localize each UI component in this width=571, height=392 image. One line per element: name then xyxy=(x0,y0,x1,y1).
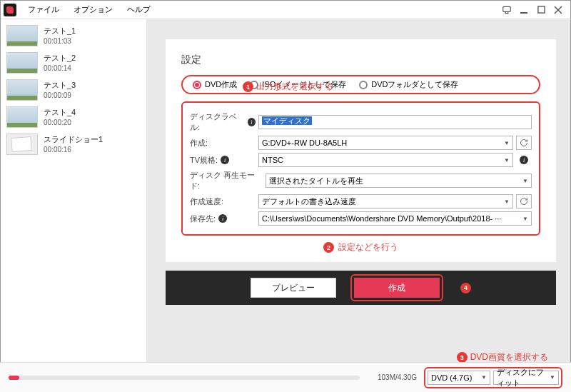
title-duration: 00:01:03 xyxy=(44,36,76,46)
refresh-speed-button[interactable] xyxy=(516,194,532,208)
settings-panel: 設定 DVD作成 ISOイメージとして保存 DVDフォルダとして保存 ディスクラ… xyxy=(166,39,556,262)
annotation-1: 1出力形式を選択する xyxy=(243,81,333,93)
info-icon[interactable]: i xyxy=(248,118,256,126)
annotation-4: 4 xyxy=(460,283,471,293)
menubar: ファイル オプション ヘルプ xyxy=(1,1,570,19)
title-thumb xyxy=(6,25,38,46)
format-folder-label: DVDフォルダとして保存 xyxy=(371,79,458,90)
title-thumb xyxy=(6,79,38,101)
svg-rect-0 xyxy=(503,6,511,11)
create-button[interactable]: 作成 xyxy=(354,278,440,298)
close-icon[interactable] xyxy=(553,5,563,15)
title-thumb xyxy=(6,52,38,74)
sidebar: テスト_1 00:01:03 テスト_2 00:00:14 テスト_3 00 xyxy=(1,19,147,391)
info-icon[interactable]: i xyxy=(221,156,229,164)
title-duration: 00:00:16 xyxy=(44,145,103,155)
disc-usage-label: 103M/4.30G xyxy=(367,373,417,381)
output-format-group: DVD作成 ISOイメージとして保存 DVDフォルダとして保存 xyxy=(181,75,540,94)
chevron-down-icon: ▼ xyxy=(481,374,487,381)
refresh-burner-button[interactable] xyxy=(516,136,532,150)
write-speed-select[interactable]: デフォルトの書き込み速度▼ xyxy=(258,194,513,208)
tv-label: TV規格:i xyxy=(190,155,256,166)
preview-button[interactable]: プレビュー xyxy=(251,278,336,298)
maximize-icon[interactable] xyxy=(536,5,546,15)
quality-select[interactable]: ディスクにフィット▼ xyxy=(493,371,559,385)
main-panel: 設定 DVD作成 ISOイメージとして保存 DVDフォルダとして保存 ディスクラ… xyxy=(147,19,570,391)
radio-checked-icon xyxy=(193,81,201,89)
radio-icon xyxy=(359,81,368,89)
minimize-icon[interactable] xyxy=(519,5,529,15)
chevron-down-icon: ▼ xyxy=(550,374,555,381)
tv-standard-select[interactable]: NTSC▼ xyxy=(258,153,513,167)
title-name: テスト_2 xyxy=(44,53,76,64)
info-icon: i xyxy=(520,156,528,164)
info-icon[interactable]: i xyxy=(218,214,227,223)
title-item[interactable]: テスト_1 00:01:03 xyxy=(1,22,146,49)
feedback-icon[interactable] xyxy=(502,5,512,15)
title-duration: 00:00:09 xyxy=(44,91,76,101)
playmode-label: ディスク 再生モード: xyxy=(190,170,263,191)
title-duration: 00:00:20 xyxy=(44,118,76,128)
menu-help[interactable]: ヘルプ xyxy=(120,1,158,18)
tv-info-button[interactable]: i xyxy=(516,153,532,167)
svg-rect-2 xyxy=(537,6,544,13)
chevron-down-icon: ▼ xyxy=(522,178,528,184)
burner-select[interactable]: G:DVD+-RW DU-8A5LH▼ xyxy=(258,136,513,150)
disc-usage-bar xyxy=(9,376,360,380)
menu-option[interactable]: オプション xyxy=(66,1,120,18)
title-item[interactable]: テスト_4 00:00:20 xyxy=(1,104,146,131)
format-folder[interactable]: DVDフォルダとして保存 xyxy=(359,79,458,90)
disc-label-input[interactable]: マイディスク xyxy=(258,115,532,129)
chevron-down-icon: ▼ xyxy=(504,140,510,146)
disc-label-label: ディスクラベル:i xyxy=(190,111,256,133)
title-thumb xyxy=(6,134,38,155)
action-bar: プレビュー 作成 4 xyxy=(166,271,556,305)
speed-label: 作成速度: xyxy=(190,196,256,207)
title-name: テスト_4 xyxy=(44,107,76,118)
chevron-down-icon: ▼ xyxy=(504,198,510,205)
format-dvd-label: DVD作成 xyxy=(205,79,237,90)
menu-file[interactable]: ファイル xyxy=(21,1,66,18)
title-item[interactable]: テスト_3 00:00:09 xyxy=(1,76,146,104)
format-dvd[interactable]: DVD作成 xyxy=(193,79,237,90)
title-thumb xyxy=(6,106,38,128)
title-name: スライドショー1 xyxy=(44,134,103,145)
saveto-label: 保存先:i xyxy=(190,213,256,224)
saveto-select[interactable]: C:\Users\ws\Documents\Wondershare DVD Me… xyxy=(258,211,532,226)
title-list: テスト_1 00:01:03 テスト_2 00:00:14 テスト_3 00 xyxy=(1,19,146,371)
title-item[interactable]: テスト_2 00:00:14 xyxy=(1,49,146,76)
title-name: テスト_1 xyxy=(44,26,76,36)
bottom-bar: 103M/4.30G DVD (4.7G)▼ ディスクにフィット▼ xyxy=(0,362,571,392)
settings-fields: ディスクラベル:i マイディスク 作成: G:DVD+-RW DU-8A5LH▼… xyxy=(181,101,540,236)
chevron-down-icon: ▼ xyxy=(504,157,510,164)
title-duration: 00:00:14 xyxy=(44,64,76,74)
annotation-2: 2設定などを行う xyxy=(181,241,540,253)
create-label: 作成: xyxy=(190,138,256,149)
app-logo xyxy=(4,4,16,16)
title-item[interactable]: スライドショー1 00:00:16 xyxy=(1,131,146,158)
dvd-size-select[interactable]: DVD (4.7G)▼ xyxy=(428,371,490,385)
playmode-select[interactable]: 選択されたタイトルを再生▼ xyxy=(266,174,532,188)
settings-title: 設定 xyxy=(181,54,540,66)
chevron-down-icon: ▼ xyxy=(522,216,528,222)
title-name: テスト_3 xyxy=(44,80,76,91)
